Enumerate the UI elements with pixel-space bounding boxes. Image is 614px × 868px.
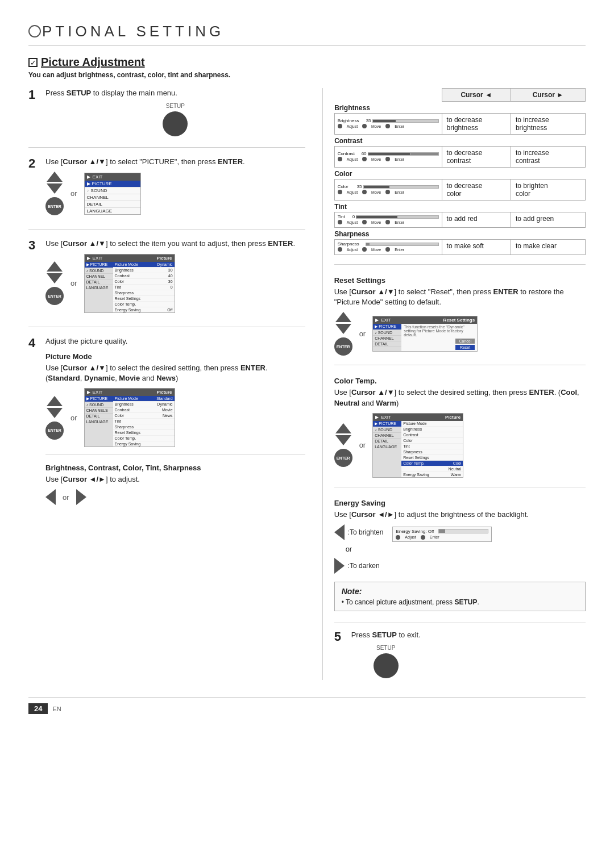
left-arrow-es [334, 524, 345, 540]
color-label: Color [334, 168, 585, 180]
enter-button-reset: ENTER [334, 337, 352, 356]
up-arrow-reset [335, 312, 351, 322]
or-text-es: or [346, 545, 352, 553]
brighten-label: :To brighten [348, 528, 384, 536]
picture-mode-text: Use [Cursor ▲/▼] to select the desired s… [45, 363, 305, 383]
energy-saving-bar: Energy Saving: Off Adjust Enter [392, 527, 492, 542]
down-arrow-ct [335, 435, 351, 445]
note-title: Note: [342, 587, 578, 596]
brightness-decrease: to decreasebrightness [442, 114, 511, 135]
darken-label: :To darken [348, 562, 380, 570]
or-text-3: or [70, 279, 77, 287]
color-temp-mini-menu: ▶EXITPicture ▶PICTURE ♪SOUND CHANNEL DET… [372, 413, 463, 478]
step-number-3: 3 [28, 239, 40, 317]
up-arrow-2 [47, 172, 63, 182]
or-text-pm: or [70, 414, 77, 422]
sharpness-label: Sharpness [334, 228, 585, 240]
tint-slider: Tint 0 Adjust Move Enter [338, 214, 439, 224]
sharpness-clear: to make clear [511, 240, 585, 255]
reset-mini-menu: ▶EXITReset Settings ▶PICTURE ♪SOUND CHAN… [372, 316, 478, 352]
setup-button-5 [374, 653, 399, 678]
o-circle-icon [28, 25, 41, 37]
reset-settings-heading: Reset Settings [334, 276, 586, 285]
picture-mode-heading: Picture Mode [45, 352, 305, 361]
energy-saving-heading: Energy Saving [334, 499, 586, 507]
color-slider: Color 35 Adjust Move Enter [338, 184, 439, 194]
step-5-text: Press SETUP to exit. [351, 630, 421, 640]
right-arrow-es [334, 558, 345, 574]
cursor-right-header: Cursor ► [511, 89, 585, 102]
energy-saving-section: Energy Saving Use [Cursor ◄/►] to adjust… [334, 487, 586, 574]
page-number: 24 [28, 703, 48, 714]
down-arrow-2 [47, 183, 63, 194]
step-number-4: 4 [28, 336, 40, 510]
down-arrow-pm [47, 408, 63, 418]
page-title: PTIONAL SETTING [28, 23, 586, 45]
color-temp-section: Color Temp. Use [Cursor ▲/▼] to select t… [334, 365, 586, 477]
cursor-left-header: Cursor ◄ [442, 89, 511, 102]
sharpness-soft: to make soft [442, 240, 511, 255]
step3-mini-menu: ▶EXITPicture ▶PICTURE ♪SOUND CHANNEL DET… [84, 254, 175, 313]
up-arrow-ct [335, 423, 351, 433]
tint-label: Tint [334, 201, 585, 212]
setup-label-5: SETUP [351, 645, 421, 651]
contrast-decrease: to decreasecontrast [442, 147, 511, 168]
step-3: 3 Use [Cursor ▲/▼] to select the item yo… [28, 239, 305, 327]
contrast-label: Contrast [334, 135, 585, 147]
step-2: 2 Use [Cursor ▲/▼] to select "PICTURE", … [28, 157, 305, 229]
step-1-text: Press SETUP to display the main menu. [45, 88, 305, 98]
enter-button-pm: ENTER [45, 422, 64, 440]
brightness-label: Brightness [334, 102, 585, 114]
enter-button-3: ENTER [45, 287, 64, 305]
energy-saving-text: Use [Cursor ◄/►] to adjust the brightnes… [334, 510, 586, 520]
bcts-section: Brightness, Contrast, Color, Tint, Sharp… [45, 454, 305, 505]
contrast-slider: Contrast 60 Adjust Move Enter [338, 151, 439, 161]
right-arrow-bcts [76, 489, 86, 505]
step-number-5: 5 [334, 630, 346, 680]
page-lang: EN [52, 706, 61, 712]
tint-red: to add red [442, 212, 511, 228]
picture-mode-section: Picture Mode Use [Cursor ▲/▼] to select … [45, 352, 305, 447]
step-5: 5 Press SETUP to exit. SETUP [334, 623, 586, 680]
setup-label-1: SETUP [45, 103, 305, 109]
bcts-text: Use [Cursor ◄/►] to adjust. [45, 474, 305, 485]
or-text-ct: or [359, 441, 366, 449]
brightness-slider: Brightness 35 Adjust Move Enter [338, 118, 439, 128]
step-4-text: Adjust the picture quality. [45, 336, 305, 347]
color-temp-text: Use [Cursor ▲/▼] to select the desired s… [334, 387, 586, 408]
section-title: ✓ Picture Adjustment [28, 56, 586, 69]
step-2-text: Use [Cursor ▲/▼] to select "PICTURE", th… [45, 157, 305, 167]
color-temp-heading: Color Temp. [334, 377, 586, 385]
up-arrow-pm [47, 396, 63, 406]
reset-settings-section: Reset Settings Use [Cursor ▲/▼] to selec… [334, 264, 586, 356]
color-decrease: to decreasecolor [442, 180, 511, 201]
step-3-text: Use [Cursor ▲/▼] to select the item you … [45, 239, 305, 249]
brightness-increase: to increasebrightness [511, 114, 585, 135]
contrast-increase: to increasecontrast [511, 147, 585, 168]
adjustment-table: Cursor ◄ Cursor ► Brightness Brightness … [334, 88, 586, 255]
note-box: Note: • To cancel picture adjustment, pr… [334, 582, 586, 611]
reset-settings-text: Use [Cursor ▲/▼] to select "Reset", then… [334, 287, 586, 307]
tint-green: to add green [511, 212, 585, 228]
down-arrow-3 [47, 273, 63, 283]
or-text-2: or [70, 189, 77, 198]
subtitle: You can adjust brightness, contrast, col… [28, 71, 586, 79]
left-arrow-bcts [45, 489, 56, 505]
checkmark-icon: ✓ [28, 58, 38, 67]
picture-mode-mini-menu: ▶EXITPicture ▶PICTURE ♪SOUND CHANNELS DE… [84, 388, 175, 447]
or-text-reset: or [359, 329, 366, 338]
step-number-1: 1 [28, 88, 40, 138]
down-arrow-reset [335, 324, 351, 334]
sharpness-slider: Sharpness [338, 241, 439, 252]
enter-button-2: ENTER [45, 197, 64, 215]
up-arrow-3 [47, 261, 63, 272]
step2-mini-menu: ▶EXIT ▶PICTURE ♪SOUND CHANNEL DETAIL LAN [84, 173, 141, 215]
color-brighten: to brightencolor [511, 180, 585, 201]
bcts-heading: Brightness, Contrast, Color, Tint, Sharp… [45, 464, 305, 472]
step-number-2: 2 [28, 157, 40, 220]
setup-button-1 [163, 111, 188, 136]
or-text-bcts: or [63, 493, 69, 502]
step-4: 4 Adjust the picture quality. Picture Mo… [28, 336, 305, 519]
note-text: • To cancel picture adjustment, press SE… [342, 598, 578, 606]
step-1: 1 Press SETUP to display the main menu. … [28, 88, 305, 148]
